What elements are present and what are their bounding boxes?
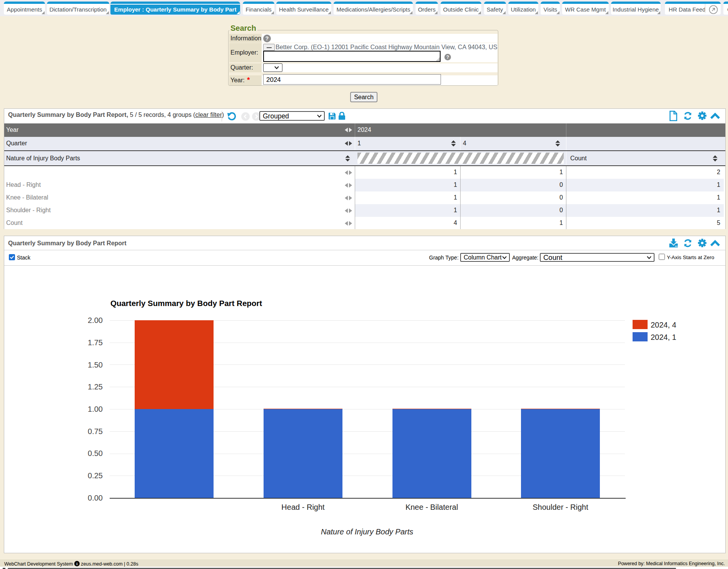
svg-text:?: ? bbox=[265, 35, 269, 42]
svg-text:?: ? bbox=[446, 55, 449, 60]
svg-text:i: i bbox=[76, 561, 77, 566]
